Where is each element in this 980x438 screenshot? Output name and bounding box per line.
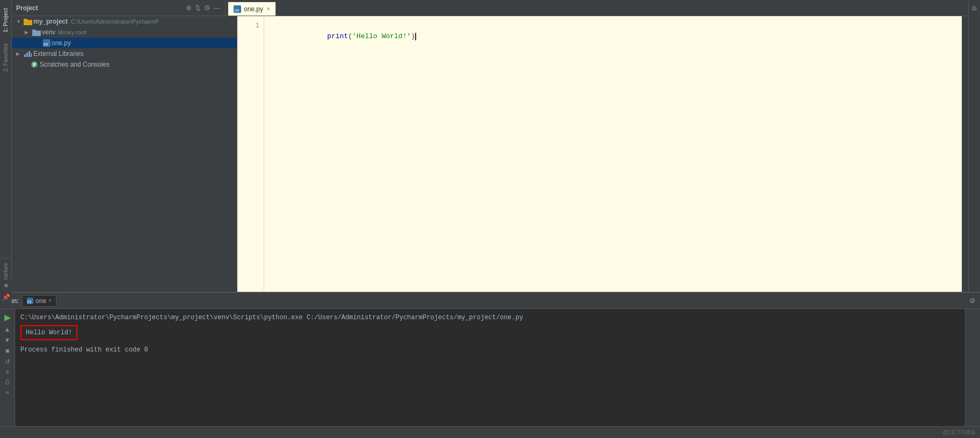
run-tab-icon: py (27, 298, 33, 304)
code-open-paren: ( (348, 32, 352, 40)
print-icon[interactable]: ⎙ (4, 377, 10, 387)
project-path: C:\Users\Administrator\PycharmP (71, 18, 159, 25)
stop-button[interactable]: ■ (4, 346, 10, 356)
venv-sublabel: library root (58, 29, 86, 35)
text-cursor (415, 33, 416, 40)
right-sidebar-tabs: ⚙ (968, 0, 980, 292)
rerun-icon[interactable]: ↺ (4, 357, 11, 367)
scope-icon[interactable]: ⊕ (186, 4, 192, 12)
pin-icon[interactable]: 📌 (0, 291, 12, 303)
scroll-down-icon[interactable]: ▼ (3, 335, 12, 345)
filter-icon[interactable]: ⇅ (195, 4, 201, 12)
tab-close-icon[interactable]: × (267, 6, 270, 12)
py-file-icon: py (234, 5, 241, 13)
svg-rect-3 (24, 19, 27, 21)
external-libs-label: External Libraries (33, 50, 83, 58)
editor-tab-one-py[interactable]: py one.py × (228, 2, 276, 16)
run-tab-one[interactable]: py one × (22, 295, 56, 307)
scratches-label: Scratches and Consoles (40, 61, 110, 68)
svg-rect-11 (31, 53, 32, 57)
project-tree-panel: ▼ my_project C:\Users\Administrator\Pych… (12, 16, 237, 292)
arrow-down-icon: ▼ (16, 19, 23, 24)
tree-item-external-libs[interactable]: ▶ External Libraries (12, 48, 237, 59)
run-settings-icon[interactable]: ⚙ (969, 297, 976, 305)
py-tree-icon: py (43, 39, 50, 47)
left-sidebar-tabs: 1: Project 2: Favorites (0, 0, 12, 292)
run-tab-close-icon[interactable]: × (48, 298, 52, 304)
editor-content-area: 1 print('Hello World!') (237, 16, 962, 292)
one-py-label: one.py (52, 39, 71, 47)
folder-project-icon (24, 18, 32, 25)
project-panel-header: Project ⊕ ⇅ ⚙ — (12, 0, 226, 16)
svg-rect-14 (33, 64, 36, 66)
sidebar-item-project[interactable]: 1: Project (1, 3, 10, 38)
code-string-value: 'Hello World!' (352, 32, 411, 40)
minimize-icon[interactable]: — (214, 4, 221, 12)
editor-tabs-bar: py one.py × (226, 0, 968, 16)
svg-text:py: py (27, 299, 32, 304)
bottom-run-panel: Run: py one × ⚙ ▶ ▲ ▼ ■ ↺ ≡ (0, 292, 980, 426)
tree-item-my-project[interactable]: ▼ my_project C:\Users\Administrator\Pych… (12, 16, 237, 27)
hello-world-output: Hello World! (20, 325, 77, 340)
venv-label: venv (42, 28, 55, 36)
svg-text:py: py (43, 41, 48, 46)
code-print-keyword: print (327, 32, 348, 40)
scratches-icon (30, 61, 39, 68)
editor-right-scrollbar[interactable] (962, 16, 968, 292)
line-number-1: 1 (237, 20, 259, 31)
external-libs-icon (24, 50, 32, 58)
console-command-path: C:\Users\Administrator\PycharmProjects\m… (20, 312, 960, 323)
sidebar-item-favorites[interactable]: 2: Favorites (1, 38, 10, 77)
sort-icon[interactable]: ≡ (4, 368, 10, 376)
svg-rect-10 (28, 51, 30, 57)
svg-rect-9 (26, 53, 28, 57)
tab-label: one.py (244, 5, 263, 13)
run-tab-label: one (35, 297, 46, 305)
line-numbers-gutter: 1 (237, 16, 264, 292)
run-controls-panel: ▶ ▲ ▼ ■ ↺ ≡ ⎙ » (0, 309, 15, 426)
run-panel-header: Run: py one × ⚙ (0, 293, 980, 309)
svg-rect-15 (33, 66, 35, 67)
svg-rect-8 (24, 54, 26, 57)
tree-item-one-py[interactable]: py one.py (12, 38, 237, 48)
bottom-right-controls (965, 309, 980, 426)
status-bar: @51CTO博客 (0, 426, 980, 438)
svg-rect-5 (32, 30, 36, 32)
svg-text:py: py (235, 8, 239, 12)
code-editor[interactable]: print('Hello World!') (264, 16, 962, 292)
favorites-star-icon[interactable]: ★ (1, 279, 11, 291)
tree-item-venv[interactable]: ▶ venv library root (12, 27, 237, 38)
play-button[interactable]: ▶ (3, 311, 12, 324)
console-output-area: C:\Users\Administrator\PycharmProjects\m… (15, 309, 965, 426)
more-icon[interactable]: » (4, 388, 10, 397)
arrow-right-ext-icon: ▶ (16, 51, 23, 56)
project-panel-title: Project (16, 4, 183, 12)
watermark-text: @51CTO博客 (942, 429, 976, 436)
folder-venv-icon (32, 28, 41, 36)
arrow-right-icon: ▶ (25, 30, 31, 35)
code-close-paren: ) (411, 32, 415, 40)
console-exit-message: Process finished with exit code 0 (20, 344, 960, 355)
gear-icon[interactable]: ⚙ (204, 4, 210, 12)
gear-right-icon[interactable]: ⚙ (969, 3, 979, 15)
project-name: my_project (33, 18, 68, 25)
scroll-up-icon[interactable]: ▲ (3, 325, 12, 334)
console-hello-world: Hello World! (20, 325, 960, 340)
svg-rect-13 (33, 63, 36, 64)
tree-item-scratches[interactable]: Scratches and Consoles (12, 59, 237, 70)
